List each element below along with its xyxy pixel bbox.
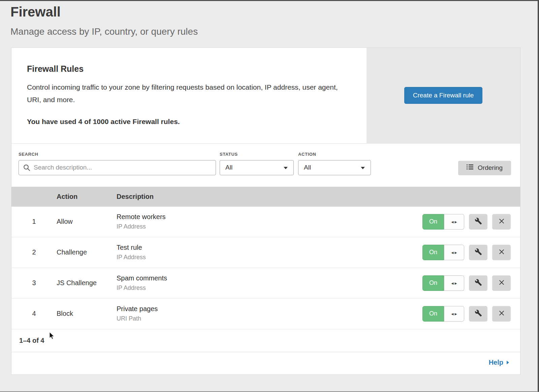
close-icon xyxy=(498,279,505,287)
rule-toggle[interactable]: On ◂▸ xyxy=(422,245,464,260)
wrench-icon xyxy=(475,248,482,257)
rules-description: Control incoming traffic to your zone by… xyxy=(27,81,346,106)
rule-field: IP Address xyxy=(117,284,409,292)
wrench-icon xyxy=(475,217,482,226)
toggle-on-label: On xyxy=(422,275,444,291)
toggle-drag-icon: ◂▸ xyxy=(444,245,464,260)
wrench-icon xyxy=(475,309,482,318)
table-row: 4 Block Private pages URI Path On ◂▸ xyxy=(11,299,520,329)
status-filter: STATUS All xyxy=(220,152,294,175)
rule-description-cell: Private pages URI Path xyxy=(117,305,409,322)
chevron-down-icon xyxy=(283,164,288,171)
edit-rule-button[interactable] xyxy=(469,214,487,230)
edit-rule-button[interactable] xyxy=(469,245,487,260)
delete-rule-button[interactable] xyxy=(492,275,511,291)
rule-description: Test rule xyxy=(117,244,409,251)
edit-rule-button[interactable] xyxy=(469,306,487,322)
delete-rule-button[interactable] xyxy=(492,214,511,230)
rule-action: Challenge xyxy=(57,248,117,256)
status-select[interactable]: All xyxy=(220,160,294,175)
action-filter: ACTION All xyxy=(298,152,371,175)
rule-description: Remote workers xyxy=(117,213,409,221)
rule-action: JS Challenge xyxy=(57,279,117,287)
rule-action: Allow xyxy=(57,218,117,225)
ordering-list-icon xyxy=(467,164,473,172)
toggle-on-label: On xyxy=(422,306,444,322)
close-icon xyxy=(498,310,505,318)
toggle-on-label: On xyxy=(422,245,444,260)
rule-toggle[interactable]: On ◂▸ xyxy=(422,214,464,230)
status-select-value: All xyxy=(225,164,232,171)
rule-description-cell: Test rule IP Address xyxy=(117,244,409,261)
rule-priority: 3 xyxy=(11,279,57,287)
rule-toggle[interactable]: On ◂▸ xyxy=(422,275,464,291)
rule-controls: On ◂▸ xyxy=(409,275,520,291)
search-input-wrap xyxy=(19,160,216,175)
rules-table: Action Description 1 Allow Remote worker… xyxy=(11,187,520,329)
status-label: STATUS xyxy=(220,152,294,157)
rule-field: IP Address xyxy=(117,254,409,261)
rules-info-section: Firewall Rules Control incoming traffic … xyxy=(11,48,520,144)
ordering-button-label: Ordering xyxy=(478,164,503,172)
description-column-header: Description xyxy=(117,193,409,201)
main-card: Firewall Rules Control incoming traffic … xyxy=(11,48,520,375)
wrench-icon xyxy=(475,279,482,287)
search-icon xyxy=(23,164,30,173)
toggle-drag-icon: ◂▸ xyxy=(444,306,464,322)
page-header: Firewall Manage access by IP, country, o… xyxy=(0,1,538,37)
rule-priority: 4 xyxy=(11,310,57,318)
firewall-page: Firewall Manage access by IP, country, o… xyxy=(0,0,539,392)
action-column-header: Action xyxy=(57,193,117,201)
table-header: Action Description xyxy=(11,187,520,207)
close-icon xyxy=(498,218,505,225)
edit-rule-button[interactable] xyxy=(469,275,487,291)
table-row: 3 JS Challenge Spam comments IP Address … xyxy=(11,268,520,299)
action-label: ACTION xyxy=(298,152,371,157)
rule-description: Private pages xyxy=(117,305,409,313)
delete-rule-button[interactable] xyxy=(492,245,511,260)
rules-usage: You have used 4 of 1000 active Firewall … xyxy=(27,118,346,126)
delete-rule-button[interactable] xyxy=(492,306,511,322)
close-icon xyxy=(498,248,505,256)
rule-description-cell: Remote workers IP Address xyxy=(117,213,409,230)
rule-controls: On ◂▸ xyxy=(409,245,520,260)
rule-priority: 1 xyxy=(11,218,57,225)
rule-field: URI Path xyxy=(117,315,409,322)
table-row: 2 Challenge Test rule IP Address On ◂▸ xyxy=(11,237,520,268)
rules-heading: Firewall Rules xyxy=(27,64,346,74)
rule-priority: 2 xyxy=(11,248,57,256)
help-arrow-icon xyxy=(506,359,509,366)
page-title: Firewall xyxy=(10,4,538,20)
search-label: SEARCH xyxy=(19,152,216,157)
search-filter: SEARCH xyxy=(19,152,216,175)
rule-controls: On ◂▸ xyxy=(409,306,520,322)
rules-info-text: Firewall Rules Control incoming traffic … xyxy=(11,48,367,143)
rule-description: Spam comments xyxy=(117,274,409,282)
page-subtitle: Manage access by IP, country, or query r… xyxy=(10,26,538,37)
action-select-value: All xyxy=(304,164,311,171)
table-row: 1 Allow Remote workers IP Address On ◂▸ xyxy=(11,207,520,237)
rule-action: Block xyxy=(57,310,117,318)
rule-field: IP Address xyxy=(117,223,409,230)
create-rule-panel: Create a Firewall rule xyxy=(367,48,520,143)
create-firewall-rule-button[interactable]: Create a Firewall rule xyxy=(404,87,483,104)
help-link[interactable]: Help xyxy=(489,359,509,366)
card-footer: Help xyxy=(11,352,520,374)
rule-description-cell: Spam comments IP Address xyxy=(117,274,409,292)
search-input[interactable] xyxy=(19,160,216,175)
toggle-drag-icon: ◂▸ xyxy=(444,275,464,291)
rule-controls: On ◂▸ xyxy=(409,214,520,230)
toggle-drag-icon: ◂▸ xyxy=(444,214,464,230)
pagination: 1–4 of 4 xyxy=(11,329,520,352)
ordering-button[interactable]: Ordering xyxy=(458,161,511,175)
rule-toggle[interactable]: On ◂▸ xyxy=(422,306,464,322)
toggle-on-label: On xyxy=(422,214,444,230)
action-select[interactable]: All xyxy=(298,160,371,175)
chevron-down-icon xyxy=(360,164,365,171)
filters-bar: SEARCH STATUS All ACTION xyxy=(11,144,520,187)
help-link-label: Help xyxy=(489,359,503,366)
